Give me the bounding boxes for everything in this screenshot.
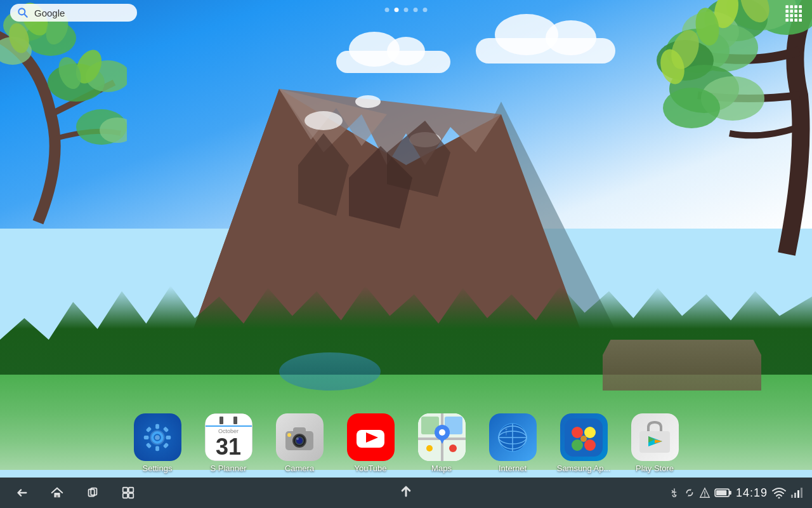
- svg-rect-117: [716, 490, 726, 495]
- splanner-icon-wrapper: October 31: [205, 413, 252, 461]
- samsung-icon-wrapper: [560, 413, 608, 461]
- recent-apps-button[interactable]: [84, 484, 102, 502]
- svg-point-114: [704, 495, 705, 497]
- settings-icon: [134, 413, 181, 461]
- splanner-label: S Planner: [210, 464, 246, 473]
- svg-rect-65: [163, 442, 169, 448]
- page-dot-3[interactable]: [404, 8, 409, 12]
- svg-rect-56: [799, 18, 802, 22]
- menu-icon: [121, 486, 135, 500]
- svg-rect-109: [129, 488, 133, 492]
- back-icon: [15, 486, 29, 500]
- settings-icon-wrapper: [134, 413, 181, 461]
- pond: [279, 352, 381, 391]
- svg-rect-120: [794, 493, 796, 498]
- playstore-label: Play Store: [636, 464, 674, 473]
- svg-point-99: [580, 436, 587, 442]
- app-youtube[interactable]: YouTube: [339, 413, 402, 473]
- apps-grid-icon: [784, 4, 802, 22]
- internet-svg: [494, 418, 532, 457]
- bridge: [603, 340, 761, 391]
- app-camera[interactable]: Camera: [268, 413, 331, 473]
- svg-rect-42: [790, 5, 793, 8]
- youtube-icon: [347, 413, 395, 461]
- samsung-svg: [565, 418, 603, 457]
- left-tree: [0, 0, 127, 254]
- usb-symbol: [669, 487, 680, 498]
- status-time: 14:19: [736, 486, 768, 500]
- svg-point-85: [439, 429, 445, 436]
- center-up-icon: [397, 483, 415, 500]
- menu-button[interactable]: [119, 484, 137, 502]
- svg-rect-62: [146, 426, 152, 432]
- svg-rect-105: [56, 495, 58, 498]
- internet-label: Internet: [499, 464, 527, 473]
- svg-rect-58: [155, 424, 159, 429]
- svg-rect-51: [794, 14, 797, 17]
- battery-symbol: [714, 487, 732, 498]
- youtube-label: YouTube: [354, 464, 386, 473]
- page-dot-2[interactable]: [395, 8, 399, 12]
- back-button[interactable]: [13, 484, 30, 502]
- svg-rect-70: [293, 427, 306, 434]
- samsung-label: Samsung Ap...: [557, 464, 611, 473]
- svg-point-87: [449, 444, 457, 452]
- app-playstore[interactable]: Play Store: [623, 413, 686, 473]
- app-splanner[interactable]: October 31 S Planner: [197, 413, 260, 473]
- status-bar: 14:19: [0, 478, 812, 508]
- maps-label: Maps: [431, 464, 452, 473]
- google-search-bar[interactable]: Google: [10, 4, 137, 22]
- svg-rect-54: [790, 18, 793, 22]
- maps-icon-wrapper: [418, 413, 466, 461]
- home-button[interactable]: [48, 484, 66, 502]
- sync-icon: [684, 487, 695, 498]
- svg-rect-44: [799, 5, 802, 8]
- svg-rect-45: [785, 10, 789, 13]
- battery-icon: [714, 487, 732, 498]
- svg-rect-48: [799, 10, 802, 13]
- svg-rect-64: [146, 442, 152, 448]
- svg-rect-46: [790, 10, 793, 13]
- maps-svg: [418, 413, 466, 461]
- svg-point-88: [426, 445, 433, 451]
- signal-bars: [790, 487, 803, 498]
- svg-rect-53: [785, 18, 789, 22]
- wifi-symbol: [771, 487, 787, 498]
- app-maps[interactable]: Maps: [410, 413, 473, 473]
- svg-rect-47: [794, 10, 797, 13]
- internet-icon: [489, 413, 537, 461]
- app-internet[interactable]: Internet: [481, 413, 544, 473]
- svg-rect-59: [155, 446, 159, 451]
- svg-rect-49: [785, 14, 789, 17]
- recycle-symbol: [684, 487, 695, 498]
- center-up-button[interactable]: [397, 483, 415, 503]
- app-samsung[interactable]: Samsung Ap...: [552, 413, 615, 473]
- svg-rect-55: [794, 18, 797, 22]
- signal-icon: [790, 487, 803, 498]
- apps-grid-button[interactable]: [784, 4, 802, 22]
- samsung-icon: [560, 413, 608, 461]
- svg-rect-119: [791, 495, 793, 498]
- search-icon: [16, 6, 29, 19]
- app-dock: Settings October 31 S Planner: [119, 413, 693, 473]
- svg-point-6: [304, 111, 343, 130]
- page-dots: [385, 8, 428, 12]
- svg-point-98: [584, 439, 596, 451]
- youtube-svg: [351, 418, 390, 457]
- home-icon: [50, 486, 64, 500]
- status-right: 14:19: [669, 486, 812, 500]
- svg-point-75: [296, 438, 299, 440]
- usb-icon: [669, 487, 680, 498]
- svg-rect-108: [123, 488, 128, 492]
- planner-date: 31: [216, 434, 241, 460]
- svg-rect-43: [794, 5, 797, 8]
- svg-point-33: [663, 88, 720, 128]
- page-dot-4[interactable]: [414, 8, 418, 12]
- app-settings[interactable]: Settings: [126, 413, 189, 473]
- maps-icon: [418, 413, 466, 461]
- svg-rect-111: [129, 493, 133, 498]
- page-dot-5[interactable]: [423, 8, 428, 12]
- svg-point-95: [572, 427, 583, 438]
- camera-svg: [280, 418, 318, 457]
- page-dot-1[interactable]: [385, 8, 390, 12]
